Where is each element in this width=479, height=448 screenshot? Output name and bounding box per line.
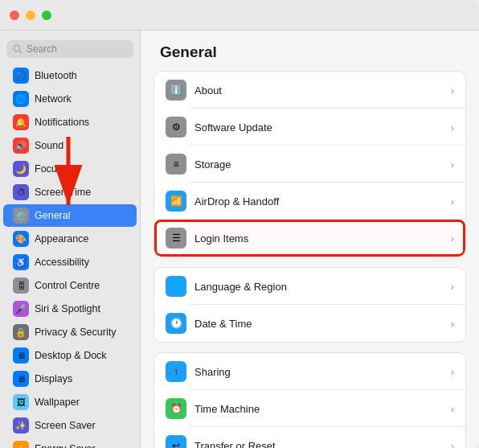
settings-group-group2: 🌐Language & Region›🕐Date & Time› [154, 267, 466, 343]
software-update-icon: ⚙ [166, 117, 186, 138]
notifications-icon: 🔔 [13, 114, 29, 130]
bluetooth-label: Bluetooth [35, 70, 77, 81]
airdrop-label: AirDrop & Handoff [194, 195, 443, 208]
search-placeholder: Search [27, 43, 57, 55]
sidebar-item-screen-saver[interactable]: ✨Screen Saver [3, 414, 137, 437]
date-time-label: Date & Time [194, 318, 443, 330]
titlebar [0, 0, 479, 31]
time-machine-icon: ⏰ [166, 398, 186, 419]
settings-row-time-machine[interactable]: ⏰Time Machine› [154, 390, 465, 427]
settings-row-date-time[interactable]: 🕐Date & Time› [154, 305, 465, 342]
settings-row-about[interactable]: ℹ️About› [154, 72, 465, 109]
airdrop-icon: 📶 [166, 191, 186, 212]
displays-label: Displays [35, 373, 72, 384]
siri-label: Siri & Spotlight [35, 303, 100, 314]
minimize-button[interactable] [26, 10, 35, 20]
settings-row-login-items[interactable]: ☰Login Items› [154, 220, 465, 257]
storage-label: Storage [194, 158, 443, 171]
maximize-button[interactable] [42, 10, 51, 20]
energy-saver-icon: ⚡ [13, 441, 29, 448]
login-items-icon: ☰ [166, 228, 186, 249]
settings-row-software-update[interactable]: ⚙Software Update› [154, 109, 465, 146]
settings-group-group3: ↑Sharing›⏰Time Machine›↩Transfer or Rese… [154, 352, 466, 448]
sharing-icon: ↑ [166, 361, 186, 382]
sidebar-item-sound[interactable]: 🔊Sound [3, 134, 137, 157]
sidebar-item-siri[interactable]: 🎤Siri & Spotlight [3, 298, 137, 320]
login-items-label: Login Items [194, 232, 443, 245]
wallpaper-label: Wallpaper [35, 397, 80, 408]
language-region-chevron: › [451, 281, 454, 293]
screen-time-icon: ⏱ [13, 184, 29, 200]
sidebar-item-network[interactable]: 🌐Network [3, 88, 137, 110]
settings-row-language-region[interactable]: 🌐Language & Region› [154, 268, 465, 305]
transfer-reset-chevron: › [451, 440, 454, 449]
network-icon: 🌐 [13, 91, 29, 107]
svg-line-2 [19, 51, 22, 53]
appearance-icon: 🎨 [13, 231, 29, 247]
sidebar-item-bluetooth[interactable]: 🔵Bluetooth [3, 64, 137, 87]
privacy-label: Privacy & Security [35, 327, 116, 338]
network-label: Network [35, 93, 72, 105]
energy-saver-label: Energy Saver [35, 443, 96, 448]
siri-icon: 🎤 [13, 301, 29, 317]
wallpaper-icon: 🖼 [13, 394, 29, 410]
sidebar-items-container: 🔵Bluetooth🌐Network🔔Notifications🔊Sound🌙F… [0, 64, 140, 448]
search-box[interactable]: Search [6, 40, 133, 58]
appearance-label: Appearance [35, 233, 88, 245]
control-centre-icon: 🎛 [13, 277, 29, 294]
notifications-label: Notifications [35, 117, 89, 128]
sidebar-item-privacy[interactable]: 🔒Privacy & Security [3, 321, 137, 343]
privacy-icon: 🔒 [13, 324, 29, 340]
general-icon: ⚙️ [13, 208, 29, 224]
about-chevron: › [451, 84, 454, 97]
desktop-dock-label: Desktop & Dock [35, 350, 107, 361]
accessibility-icon: ♿ [13, 254, 29, 270]
sidebar-item-screen-time[interactable]: ⏱Screen Time [3, 181, 137, 203]
settings-row-sharing[interactable]: ↑Sharing› [154, 353, 465, 390]
sidebar-item-general[interactable]: ⚙️General [3, 204, 137, 227]
time-machine-chevron: › [451, 403, 454, 415]
desktop-dock-icon: 🖥 [13, 347, 29, 364]
sidebar-item-desktop-dock[interactable]: 🖥Desktop & Dock [3, 344, 137, 367]
settings-row-transfer-reset[interactable]: ↩Transfer or Reset› [154, 427, 465, 448]
bluetooth-icon: 🔵 [13, 68, 29, 84]
screen-time-label: Screen Time [35, 187, 91, 198]
sidebar: Search 🔵Bluetooth🌐Network🔔Notifications🔊… [0, 31, 141, 448]
about-label: About [194, 84, 443, 97]
focus-label: Focus [35, 163, 62, 175]
about-icon: ℹ️ [166, 80, 186, 101]
software-update-chevron: › [451, 121, 454, 134]
close-button[interactable] [10, 10, 19, 20]
sharing-chevron: › [451, 366, 454, 378]
main-content: General ℹ️About›⚙Software Update›≡Storag… [141, 31, 479, 448]
transfer-reset-icon: ↩ [166, 435, 186, 448]
settings-groups-container: ℹ️About›⚙Software Update›≡Storage›📶AirDr… [141, 71, 479, 448]
screen-saver-icon: ✨ [13, 417, 29, 434]
sidebar-item-accessibility[interactable]: ♿Accessibility [3, 251, 137, 273]
sidebar-item-displays[interactable]: 🖥Displays [3, 368, 137, 390]
date-time-chevron: › [451, 318, 454, 330]
login-items-chevron: › [451, 232, 454, 245]
sidebar-item-focus[interactable]: 🌙Focus [3, 158, 137, 180]
accessibility-label: Accessibility [35, 257, 89, 268]
sidebar-item-appearance[interactable]: 🎨Appearance [3, 228, 137, 250]
storage-chevron: › [451, 158, 454, 171]
date-time-icon: 🕐 [166, 313, 186, 334]
settings-row-airdrop[interactable]: 📶AirDrop & Handoff› [154, 183, 465, 220]
search-icon [13, 44, 23, 54]
control-centre-label: Control Centre [35, 280, 100, 291]
sidebar-item-energy-saver[interactable]: ⚡Energy Saver [3, 438, 137, 448]
settings-group-group1: ℹ️About›⚙Software Update›≡Storage›📶AirDr… [154, 71, 466, 257]
airdrop-chevron: › [451, 195, 454, 208]
general-label: General [35, 210, 70, 221]
sidebar-item-control-centre[interactable]: 🎛Control Centre [3, 274, 137, 297]
sharing-label: Sharing [194, 366, 443, 378]
sound-label: Sound [35, 140, 63, 151]
software-update-label: Software Update [194, 121, 443, 134]
sidebar-item-notifications[interactable]: 🔔Notifications [3, 111, 137, 134]
language-region-icon: 🌐 [166, 276, 186, 297]
time-machine-label: Time Machine [194, 403, 443, 415]
settings-row-storage[interactable]: ≡Storage› [154, 146, 465, 183]
screen-saver-label: Screen Saver [35, 420, 96, 431]
sidebar-item-wallpaper[interactable]: 🖼Wallpaper [3, 391, 137, 413]
